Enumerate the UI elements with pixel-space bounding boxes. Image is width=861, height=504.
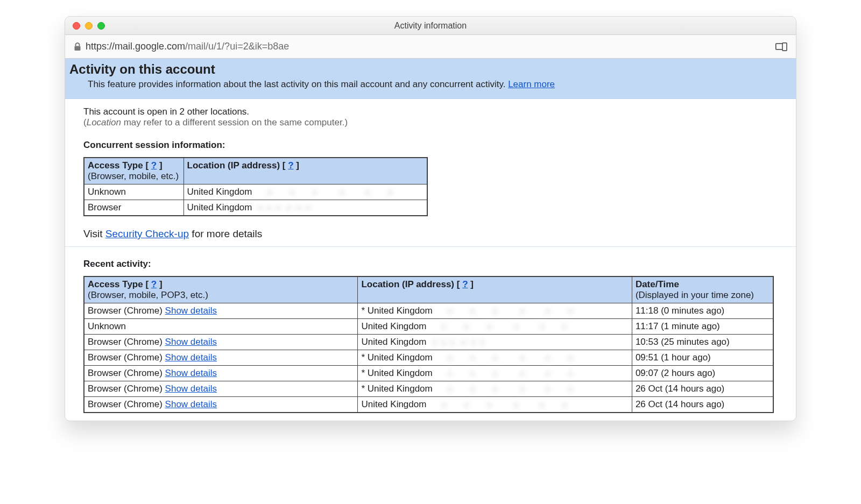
address-bar-host[interactable]: https://mail.google.com: [86, 41, 185, 52]
activity-banner: Activity on this account This feature pr…: [65, 59, 796, 99]
banner-description: This feature provides information about …: [88, 79, 792, 90]
window-titlebar: Activity information: [65, 17, 796, 35]
show-details-link[interactable]: Show details: [165, 306, 217, 316]
visit-prefix: Visit: [83, 228, 105, 239]
redacted-ip: [429, 323, 580, 331]
recent-access-type-help-link[interactable]: ?: [151, 279, 157, 289]
concurrent-col-access-type: Access Type [ ? ] (Browser, mobile, etc.…: [84, 158, 184, 184]
recent-location-help-link[interactable]: ?: [462, 279, 468, 289]
redacted-ip: [429, 401, 580, 409]
page-body: This account is open in 2 other location…: [65, 99, 796, 421]
recent-col-access-type: Access Type [ ? ] (Browser, mobile, POP3…: [84, 276, 358, 303]
lock-icon: [74, 42, 81, 51]
window-close-button[interactable]: [73, 22, 80, 30]
access-type-cell: Browser (Chrome) Show details: [84, 397, 358, 413]
concurrent-col-location: Location (IP address) [ ? ]: [184, 158, 427, 184]
access-type-cell: Browser (Chrome) Show details: [84, 381, 358, 397]
table-row: Browser (Chrome) Show details* United Ki…: [84, 350, 773, 366]
redacted-ip: [435, 370, 585, 378]
recent-col-datetime: Date/Time (Displayed in your time zone): [632, 276, 773, 303]
recent-activity-title: Recent activity:: [83, 259, 778, 269]
recent-col1-main: Access Type: [88, 279, 143, 289]
page-heading: Activity on this account: [69, 62, 792, 77]
concurrent-col1-main: Access Type: [88, 160, 143, 171]
show-details-link[interactable]: Show details: [165, 384, 217, 394]
open-locations-line: This account is open in 2 other location…: [83, 107, 778, 117]
datetime-cell: 26 Oct (14 hours ago): [632, 397, 773, 413]
svg-rect-0: [75, 46, 81, 51]
window-title: Activity information: [394, 21, 467, 31]
table-row: Browser (Chrome) Show detailsUnited King…: [84, 397, 773, 413]
location-cell: * United Kingdom: [358, 381, 632, 397]
location-note-italic: Location: [87, 117, 121, 127]
access-type-help-link[interactable]: ?: [151, 160, 157, 171]
show-details-link[interactable]: Show details: [165, 368, 217, 378]
window-minimize-button[interactable]: [85, 22, 93, 30]
location-cell: United Kingdom: [184, 200, 427, 216]
access-type-cell: Browser (Chrome) Show details: [84, 350, 358, 366]
banner-desc-text: This feature provides information about …: [88, 79, 508, 89]
access-type-cell: Browser (Chrome) Show details: [84, 335, 358, 350]
recent-col-location: Location (IP address) [ ? ]: [358, 276, 632, 303]
concurrent-session-title: Concurrent session information:: [83, 140, 778, 151]
location-cell: United Kingdom: [184, 184, 427, 200]
show-details-link[interactable]: Show details: [165, 399, 217, 409]
recent-col2-main: Location (IP address): [361, 279, 454, 289]
visit-suffix: for more details: [189, 228, 262, 239]
access-type-cell: Browser: [84, 200, 184, 216]
bottom-fade: [0, 456, 861, 504]
recent-col1-sub: (Browser, mobile, POP3, etc.): [88, 290, 354, 301]
table-row: Browser (Chrome) Show detailsUnited King…: [84, 335, 773, 350]
datetime-cell: 26 Oct (14 hours ago): [632, 381, 773, 397]
window-maximize-button[interactable]: [97, 22, 105, 30]
recent-col3-sub: (Displayed in your time zone): [636, 290, 770, 301]
security-checkup-link[interactable]: Security Check-up: [105, 228, 189, 239]
table-row: BrowserUnited Kingdom: [84, 200, 427, 216]
redacted-ip: [429, 338, 488, 347]
table-row: UnknownUnited Kingdom 11:17 (1 minute ag…: [84, 319, 773, 335]
show-details-link[interactable]: Show details: [165, 352, 217, 363]
location-cell: United Kingdom: [358, 335, 632, 350]
location-help-link[interactable]: ?: [288, 160, 293, 171]
location-note: (Location may refer to a different sessi…: [83, 117, 778, 128]
table-row: Browser (Chrome) Show details* United Ki…: [84, 381, 773, 397]
redacted-ip: [255, 188, 405, 197]
table-row: UnknownUnited Kingdom: [84, 184, 427, 200]
redacted-ip: [435, 385, 585, 394]
redacted-ip: [435, 354, 585, 363]
access-type-cell: Browser (Chrome) Show details: [84, 366, 358, 381]
recent-col3-main: Date/Time: [636, 279, 679, 289]
security-checkup-line: Visit Security Check-up for more details: [83, 228, 778, 240]
location-cell: * United Kingdom: [358, 350, 632, 366]
traffic-lights: [73, 22, 105, 30]
redacted-ip: [435, 307, 585, 316]
concurrent-session-table: Access Type [ ? ] (Browser, mobile, etc.…: [83, 157, 428, 216]
address-bar: https://mail.google.com/mail/u/1/?ui=2&i…: [65, 35, 796, 59]
location-cell: * United Kingdom: [358, 366, 632, 381]
access-type-cell: Browser (Chrome) Show details: [84, 303, 358, 319]
address-bar-path[interactable]: /mail/u/1/?ui=2&ik=b8ae: [185, 41, 289, 52]
location-cell: United Kingdom: [358, 397, 632, 413]
responsive-mode-icon[interactable]: [775, 42, 787, 51]
location-cell: * United Kingdom: [358, 303, 632, 319]
table-row: Browser (Chrome) Show details* United Ki…: [84, 303, 773, 319]
concurrent-col1-sub: (Browser, mobile, etc.): [88, 171, 180, 182]
datetime-cell: 09:51 (1 hour ago): [632, 350, 773, 366]
access-type-cell: Unknown: [84, 184, 184, 200]
show-details-link[interactable]: Show details: [165, 337, 217, 347]
datetime-cell: 09:07 (2 hours ago): [632, 366, 773, 381]
datetime-cell: 11:17 (1 minute ago): [632, 319, 773, 335]
svg-rect-2: [782, 42, 787, 51]
recent-activity-table: Access Type [ ? ] (Browser, mobile, POP3…: [83, 276, 774, 413]
access-type-cell: Unknown: [84, 319, 358, 335]
location-cell: United Kingdom: [358, 319, 632, 335]
datetime-cell: 10:53 (25 minutes ago): [632, 335, 773, 350]
browser-window: Activity information https://mail.google…: [65, 16, 796, 421]
concurrent-col2-main: Location (IP address): [187, 160, 280, 171]
location-note-rest: may refer to a different session on the …: [121, 117, 348, 127]
learn-more-link[interactable]: Learn more: [508, 79, 555, 89]
divider: [65, 246, 796, 247]
table-row: Browser (Chrome) Show details* United Ki…: [84, 366, 773, 381]
redacted-ip: [255, 204, 314, 212]
datetime-cell: 11:18 (0 minutes ago): [632, 303, 773, 319]
